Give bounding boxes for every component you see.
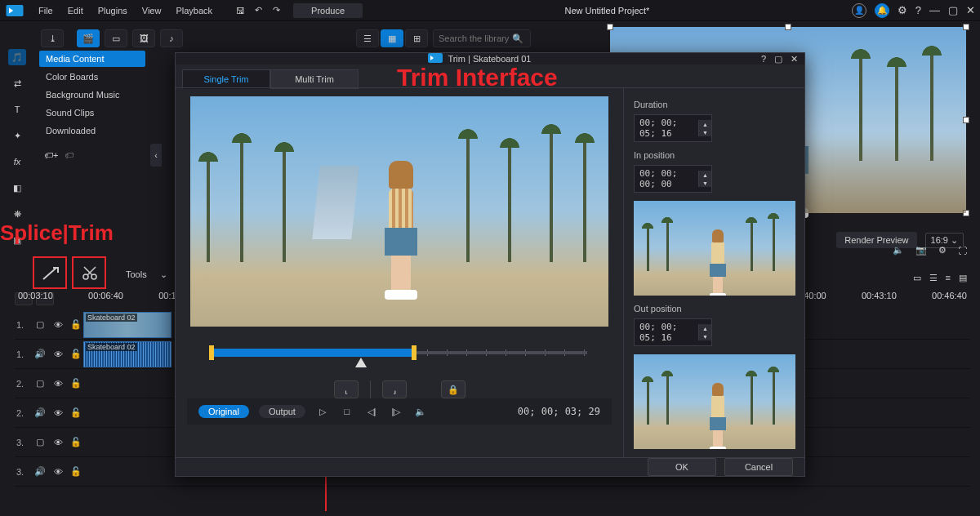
- view-grid-icon[interactable]: ▦: [381, 29, 403, 47]
- lock-icon[interactable]: 🔓: [70, 437, 82, 447]
- category-color-boards[interactable]: Color Boards: [39, 69, 145, 85]
- in-handle[interactable]: [209, 345, 214, 360]
- close-icon[interactable]: ✕: [966, 4, 975, 16]
- minimize-icon[interactable]: —: [929, 4, 940, 16]
- produce-button[interactable]: Produce: [293, 3, 363, 18]
- in-position-field[interactable]: 00; 00; 00; 00 ▲▼: [634, 165, 712, 193]
- lock-icon[interactable]: 🔓: [70, 407, 82, 418]
- lock-icon[interactable]: 🔓: [70, 319, 82, 330]
- preview-settings-icon[interactable]: ⚙: [938, 245, 947, 256]
- collapse-panel-icon[interactable]: ‹: [150, 144, 162, 167]
- footer-tab-output[interactable]: Output: [259, 405, 305, 418]
- trim-range[interactable]: [212, 349, 414, 357]
- dialog-help-icon[interactable]: ?: [761, 54, 766, 64]
- category-background-music[interactable]: Background Music: [39, 87, 145, 103]
- menu-view[interactable]: View: [135, 6, 169, 16]
- category-sound-clips[interactable]: Sound Clips: [39, 105, 145, 121]
- notifications-icon[interactable]: 🔔: [875, 3, 889, 18]
- cancel-button[interactable]: Cancel: [724, 458, 793, 476]
- room-media-icon[interactable]: 🎵: [8, 49, 26, 65]
- spin-up-icon[interactable]: ▲: [698, 324, 711, 332]
- view-detail-icon[interactable]: ⊞: [405, 29, 428, 47]
- eye-icon[interactable]: 👁: [52, 467, 64, 477]
- settings-icon[interactable]: ⚙: [898, 4, 907, 16]
- spin-up-icon[interactable]: ▲: [698, 171, 711, 179]
- filter-image-icon[interactable]: 🖼: [132, 29, 155, 47]
- room-title-icon[interactable]: T: [8, 101, 26, 118]
- tag-add-icon[interactable]: 🏷+: [44, 150, 58, 160]
- out-handle[interactable]: [412, 345, 416, 360]
- redo-icon[interactable]: ↷: [267, 5, 285, 16]
- maximize-icon[interactable]: ▢: [948, 4, 958, 16]
- eye-icon[interactable]: 👁: [52, 320, 64, 330]
- eye-icon[interactable]: 👁: [52, 408, 64, 418]
- trim-tool-icon[interactable]: [78, 263, 101, 282]
- room-transition-icon[interactable]: ⇄: [8, 75, 26, 91]
- lock-icon[interactable]: 🔓: [70, 349, 82, 359]
- prev-frame-icon[interactable]: ◁|: [364, 407, 379, 417]
- menu-plugins[interactable]: Plugins: [91, 6, 135, 16]
- lock-duration-icon[interactable]: 🔒: [441, 380, 466, 398]
- trim-slider[interactable]: [187, 346, 612, 374]
- spin-down-icon[interactable]: ▼: [698, 128, 711, 136]
- menu-edit[interactable]: Edit: [60, 6, 91, 16]
- next-frame-icon[interactable]: |▷: [389, 407, 403, 417]
- help-icon[interactable]: ?: [915, 4, 921, 16]
- tools-dropdown[interactable]: Tools: [126, 269, 147, 279]
- view-list-icon[interactable]: ☰: [356, 29, 379, 47]
- menu-playback[interactable]: Playback: [168, 6, 220, 16]
- search-icon[interactable]: 🔍: [512, 33, 523, 44]
- tag-manage-icon[interactable]: 🏷: [65, 150, 74, 160]
- mark-out-icon[interactable]: ⸥: [382, 380, 407, 398]
- spin-down-icon[interactable]: ▼: [698, 179, 711, 187]
- import-icon[interactable]: ⤓: [41, 29, 64, 47]
- filter-video-icon[interactable]: ▭: [105, 29, 127, 47]
- track-view-2-icon[interactable]: ☰: [929, 273, 938, 283]
- eye-icon[interactable]: 👁: [52, 438, 64, 447]
- dialog-close-icon[interactable]: ✕: [791, 54, 798, 64]
- filter-audio-icon[interactable]: ♪: [160, 29, 183, 47]
- room-fx-icon[interactable]: fx: [8, 153, 26, 170]
- save-icon[interactable]: 🖫: [231, 6, 249, 16]
- room-overlay-icon[interactable]: ◧: [8, 180, 26, 196]
- trim-volume-icon[interactable]: 🔈: [413, 407, 428, 417]
- dialog-maximize-icon[interactable]: ▢: [774, 54, 782, 64]
- filter-media-icon[interactable]: 🎬: [77, 29, 100, 47]
- volume-icon[interactable]: 🔈: [893, 245, 904, 256]
- room-effect-icon[interactable]: ✦: [8, 127, 26, 144]
- lock-icon[interactable]: 🔓: [70, 378, 82, 389]
- eye-icon[interactable]: 👁: [52, 379, 64, 389]
- clip-audio-1[interactable]: Skateboard 02: [83, 341, 172, 367]
- account-icon[interactable]: 👤: [852, 3, 866, 18]
- out-position-field[interactable]: 00; 00; 05; 16 ▲▼: [634, 318, 712, 346]
- duration-field[interactable]: 00; 00; 05; 16 ▲▼: [634, 114, 712, 142]
- play-icon[interactable]: ▷: [315, 407, 330, 417]
- snapshot-icon[interactable]: 📷: [915, 245, 927, 256]
- tools-chevron-icon[interactable]: ⌄: [160, 269, 167, 280]
- track-view-1-icon[interactable]: ▭: [913, 273, 921, 283]
- search-input[interactable]: [439, 33, 512, 43]
- library-search[interactable]: 🔍: [433, 29, 531, 47]
- fullscreen-icon[interactable]: ⛶: [958, 246, 967, 256]
- stop-icon[interactable]: □: [340, 407, 354, 416]
- footer-tab-original[interactable]: Original: [198, 405, 249, 418]
- room-particle-icon[interactable]: ❋: [8, 206, 26, 222]
- lock-icon[interactable]: 🔓: [70, 466, 82, 477]
- tab-single-trim[interactable]: Single Trim: [182, 69, 270, 89]
- menu-file[interactable]: File: [31, 6, 60, 16]
- clip-video-1[interactable]: Skateboard 02: [83, 312, 172, 338]
- track-view-4-icon[interactable]: ▤: [959, 273, 967, 283]
- trim-playhead[interactable]: [355, 358, 367, 367]
- spin-down-icon[interactable]: ▼: [698, 332, 711, 340]
- eye-icon[interactable]: 👁: [52, 349, 64, 359]
- ok-button[interactable]: OK: [648, 458, 716, 476]
- spin-up-icon[interactable]: ▲: [698, 120, 711, 128]
- splice-tool-icon[interactable]: [39, 263, 62, 282]
- mark-in-icon[interactable]: ⸤: [334, 380, 359, 398]
- undo-icon[interactable]: ↶: [249, 5, 267, 16]
- category-downloaded[interactable]: Downloaded: [39, 122, 145, 139]
- tab-multi-trim[interactable]: Multi Trim: [270, 69, 359, 89]
- track-view-3-icon[interactable]: ≡: [946, 273, 951, 283]
- category-media-content[interactable]: Media Content: [39, 51, 145, 67]
- trim-preview[interactable]: [190, 96, 608, 327]
